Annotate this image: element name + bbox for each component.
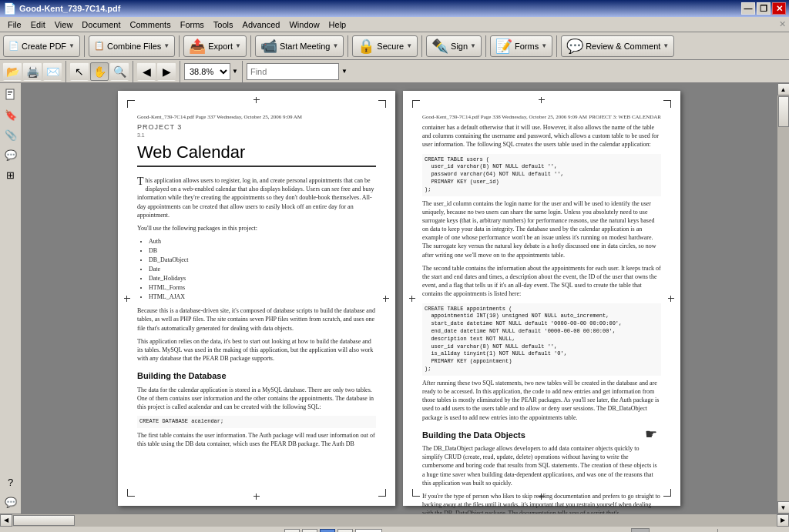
scroll-track[interactable] <box>777 95 790 501</box>
fit-width-button[interactable]: ⊡ <box>674 528 693 533</box>
cross-top-1 <box>253 97 260 103</box>
left-panel: 🔖 📎 💬 ⊞ ? 💬 <box>0 83 22 514</box>
corner-tl-2 <box>412 100 420 108</box>
full-screen-button[interactable]: ⊞ <box>696 528 714 533</box>
search-dropdown-arrow[interactable]: ▼ <box>341 68 347 75</box>
layers-panel-button[interactable]: ⊞ <box>2 166 19 183</box>
h-scroll-track[interactable] <box>12 514 777 527</box>
maximize-button[interactable]: ❐ <box>757 2 771 15</box>
page-body-1: This application allows users to registe… <box>137 176 376 448</box>
separator3 <box>250 35 251 57</box>
menu-view[interactable]: View <box>50 18 78 31</box>
menu-tools[interactable]: Tools <box>209 18 238 31</box>
right-scrollbar[interactable]: ▲ ▼ <box>777 83 789 514</box>
pages-panel-button[interactable] <box>2 86 19 103</box>
body-text-2b: The user_id column contains the login na… <box>422 199 661 259</box>
sign-dropdown-arrow[interactable]: ▼ <box>470 42 476 49</box>
bullet-html-form: HTML_Forms <box>149 283 376 293</box>
select-tool-button[interactable]: ↖ <box>70 62 89 81</box>
bookmarks-panel-button[interactable]: 🔖 <box>2 106 19 123</box>
pdf-page-1: Good-Kent_739-7C14.pdf Page 337 Wednesda… <box>118 91 395 506</box>
scroll-button[interactable]: ≡ <box>653 528 671 533</box>
help-button[interactable]: ? <box>2 473 19 490</box>
first-page-button[interactable]: ⏮ <box>284 529 300 533</box>
create-pdf-button[interactable]: 📄 Create PDF ▼ <box>3 35 80 57</box>
cross-right-1 <box>383 296 389 302</box>
start-meeting-dropdown-arrow[interactable]: ▼ <box>332 42 338 49</box>
secure-button[interactable]: 🔒 Secure ▼ <box>352 35 418 57</box>
export-button[interactable]: 📤 Export ▼ <box>183 35 247 57</box>
menu-help[interactable]: Help <box>324 18 351 31</box>
scroll-right-arrow[interactable]: ▶ <box>777 514 789 527</box>
menu-forms[interactable]: Forms <box>176 18 209 31</box>
objects-text-1: The DB_DataObject package allows develop… <box>422 444 661 487</box>
zoom-out-status-button[interactable]: − <box>721 528 740 533</box>
body-text-2d: After running these two SQL statements, … <box>422 379 661 422</box>
start-meeting-button[interactable]: 📹 Start Meeting ▼ <box>255 35 344 57</box>
last-page-button[interactable]: ⏭ <box>337 529 353 533</box>
scroll-left-arrow[interactable]: ◀ <box>0 514 12 527</box>
status-right: ▣ ▦ ≡ ⊡ ⊞ − + ⊞ <box>609 528 783 533</box>
menu-document[interactable]: Document <box>77 18 125 31</box>
pdf-viewer[interactable]: Good-Kent_739-7C14.pdf Page 337 Wednesda… <box>22 83 777 514</box>
menu-comments[interactable]: Comments <box>126 18 176 31</box>
separator1 <box>84 35 85 57</box>
zoom-dropdown-arrow[interactable]: ▼ <box>232 68 238 75</box>
horizontal-scrollbar[interactable]: ◀ ▶ <box>0 514 789 526</box>
menu-advanced[interactable]: Advanced <box>238 18 285 31</box>
print-button[interactable]: 🖨️ <box>23 62 42 81</box>
comments-panel-button[interactable]: 💬 <box>2 146 19 163</box>
review-comment-button[interactable]: 💬 Review & Comment ▼ <box>561 35 674 57</box>
scroll-down-arrow[interactable]: ▼ <box>777 501 790 514</box>
close-button[interactable]: ✕ <box>772 2 786 15</box>
sign-button[interactable]: ✒️ Sign ▼ <box>426 35 482 57</box>
cursor-indicator: ☛ <box>645 425 657 444</box>
pan-tool-button[interactable]: ✋ <box>90 62 109 81</box>
scroll-up-arrow[interactable]: ▲ <box>777 83 790 95</box>
email-button[interactable]: ✉️ <box>43 62 62 81</box>
review-comment-label: Review & Comment <box>586 42 660 51</box>
corner-br-1 <box>378 489 386 497</box>
forms-button[interactable]: 📝 Forms ▼ <box>490 35 552 57</box>
prev-page-nav-button[interactable]: ◀ <box>302 529 317 533</box>
forms-dropdown-arrow[interactable]: ▼ <box>541 42 547 49</box>
create-pdf-dropdown-arrow[interactable]: ▼ <box>69 42 75 49</box>
objects-text-2: If you're the type of person who likes t… <box>422 492 661 514</box>
title-bar-text: Good-Kent_739-7C14.pdf <box>19 4 120 13</box>
zoom-in-status-button[interactable]: + <box>743 528 761 533</box>
zoom-in-button[interactable]: 🔍 <box>110 62 129 81</box>
fit-page-button[interactable]: ▣ <box>609 528 628 533</box>
menu-window[interactable]: Window <box>284 18 324 31</box>
menu-file[interactable]: File <box>3 18 26 31</box>
attachments-panel-button[interactable]: 📎 <box>2 126 19 143</box>
window-close[interactable]: ✕ <box>779 19 786 29</box>
review-comment-dropdown-arrow[interactable]: ▼ <box>663 42 669 49</box>
export-icon: 📤 <box>189 38 206 55</box>
zoom-select[interactable]: 38.8% 50% 75% 100% <box>184 63 230 80</box>
speech-button[interactable]: 💬 <box>2 494 19 510</box>
page-number-input[interactable] <box>355 529 382 533</box>
create-table-code: CREATE TABLE users ( user_id varchar(8) … <box>422 154 661 196</box>
h-scroll-thumb[interactable] <box>13 515 75 526</box>
secure-dropdown-arrow[interactable]: ▼ <box>406 42 412 49</box>
combine-files-dropdown-arrow[interactable]: ▼ <box>163 42 170 49</box>
separator-t4 <box>242 61 243 82</box>
next-page-nav-button[interactable]: ▶ <box>320 529 335 533</box>
toolbar2: 📂 🖨️ ✉️ ↖ ✋ 🔍 ◀ ▶ 38.8% 50% 75% 100% ▼ ▼ <box>0 60 789 83</box>
corner-br-2 <box>663 489 671 497</box>
cross-right-2 <box>668 296 674 302</box>
prev-page-button[interactable]: ◀ <box>137 62 156 81</box>
search-input[interactable] <box>247 63 339 80</box>
menu-edit[interactable]: Edit <box>26 18 50 31</box>
export-dropdown-arrow[interactable]: ▼ <box>235 42 241 49</box>
scroll-thumb[interactable] <box>778 96 789 127</box>
combine-files-icon: 📋 <box>94 41 105 51</box>
minimize-button[interactable]: — <box>741 2 755 15</box>
start-meeting-label: Start Meeting <box>280 42 330 51</box>
chapter-label-1: 3.1 <box>137 132 376 138</box>
two-pages-button[interactable]: ▦ <box>631 528 650 533</box>
properties-button[interactable]: ⊞ <box>764 528 783 533</box>
combine-files-button[interactable]: 📋 Combine Files ▼ <box>89 35 175 57</box>
open-button[interactable]: 📂 <box>3 62 22 81</box>
next-page-button[interactable]: ▶ <box>157 62 176 81</box>
